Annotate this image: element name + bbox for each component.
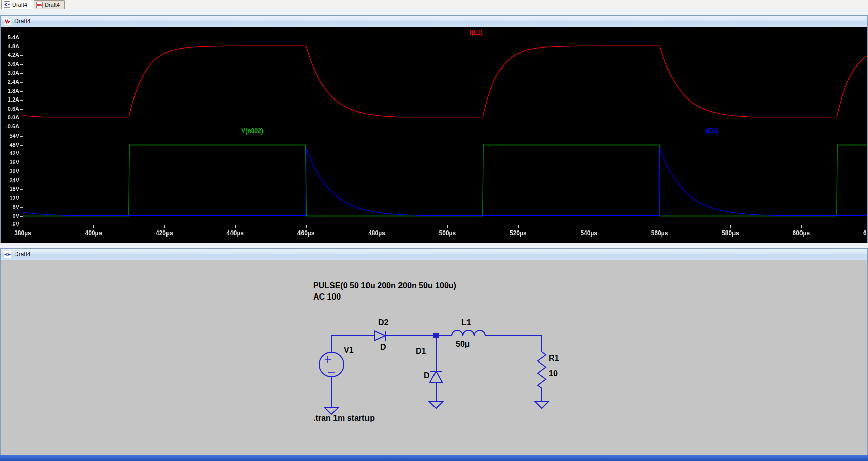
d1-diode[interactable]	[430, 371, 442, 382]
x-axis-label: 540µs	[575, 229, 603, 237]
trace-label-vn002: V(n002)	[222, 127, 283, 135]
x-axis-label: 480µs	[362, 229, 391, 237]
r1-value[interactable]: 10	[549, 369, 558, 378]
ground-symbol-r1[interactable]	[535, 402, 548, 408]
waveform-window-icon	[4, 18, 11, 25]
pulse-directive-text[interactable]: PULSE(0 50 10u 200n 200n 50u 100u)	[313, 281, 456, 290]
y-axis-label: 0V	[1, 213, 19, 219]
waveform-plot-area[interactable]: 5.4A4.8A4.2A3.6A3.0A2.4A1.8A1.2A0.6A0.0A…	[1, 27, 867, 243]
d1-label[interactable]: D1	[416, 347, 426, 355]
l1-inductor[interactable]	[452, 330, 485, 336]
taskbar-strip	[0, 455, 868, 461]
x-axis-label: 620µs	[858, 229, 867, 237]
v1-label[interactable]: V1	[344, 346, 354, 354]
x-axis-label: 520µs	[504, 229, 532, 237]
y-axis-label: 5.4A	[1, 34, 19, 40]
x-axis-label: 420µs	[150, 229, 179, 237]
ltspice-app: Draft4 Draft4 Draft4	[0, 0, 868, 461]
y-axis-label: 4.8A	[1, 43, 19, 49]
y-axis-label: 18V	[1, 186, 19, 192]
x-axis-label: 500µs	[433, 229, 461, 237]
y-axis-label: -0.6A	[1, 123, 19, 129]
tab-draft4-waveform[interactable]: Draft4	[34, 0, 65, 9]
d1-value[interactable]: D	[424, 371, 430, 380]
schematic-drawing: PULSE(0 50 10u 200n 200n 50u 100u) AC 10…	[1, 260, 867, 455]
schematic-icon	[4, 1, 10, 8]
tran-directive-text[interactable]: .tran 1m startup	[313, 414, 375, 422]
trace-label-il1: I(L1)	[446, 29, 507, 36]
x-axis-label: 580µs	[716, 229, 745, 237]
y-axis-label: 54V	[1, 133, 19, 139]
waveform-window-titlebar[interactable]: Draft4	[1, 16, 867, 27]
x-axis-label: 400µs	[79, 229, 108, 237]
y-axis-label: 36V	[1, 159, 19, 166]
r1-label[interactable]: R1	[549, 354, 559, 363]
y-axis-label: 48V	[1, 142, 19, 148]
d2-value[interactable]: D	[380, 343, 386, 351]
l1-label[interactable]: L1	[461, 318, 471, 327]
y-axis-label: -6V	[1, 221, 19, 227]
y-axis-label: 1.2A	[1, 96, 19, 103]
trace-label-id1: I(D1)	[681, 127, 742, 135]
tab-label: Draft4	[45, 2, 60, 8]
y-axis-label: 30V	[1, 168, 19, 174]
y-axis-label: 2.4A	[1, 79, 19, 85]
x-axis-label: 440µs	[221, 229, 249, 237]
y-axis-label: 0.6A	[1, 106, 19, 112]
schematic-window-icon	[4, 251, 11, 258]
y-axis-label: 0.0A	[1, 114, 19, 120]
schematic-window-title: Draft4	[14, 251, 31, 258]
y-axis-label: 12V	[1, 195, 19, 201]
y-axis-label: 4.2A	[1, 52, 19, 58]
y-axis-label: 42V	[1, 150, 19, 156]
ac-directive-text[interactable]: AC 100	[313, 292, 341, 301]
document-tab-bar: Draft4 Draft4	[0, 0, 868, 9]
waveform-icon	[36, 2, 43, 8]
x-axis-label: 460µs	[292, 229, 320, 237]
tab-label: Draft4	[12, 2, 27, 8]
waveform-window-title: Draft4	[14, 18, 31, 25]
y-axis-label: 24V	[1, 177, 19, 183]
y-axis-label: 3.6A	[1, 61, 19, 67]
waveform-canvas[interactable]	[1, 27, 867, 243]
ground-symbol-d1[interactable]	[429, 402, 443, 408]
x-axis-label: 380µs	[9, 229, 37, 237]
y-axis-label: 1.8A	[1, 88, 19, 94]
y-axis-label: 6V	[1, 204, 19, 210]
x-axis-label: 600µs	[787, 229, 815, 237]
y-axis-label: 3.0A	[1, 70, 19, 76]
schematic-window-titlebar[interactable]: Draft4	[1, 249, 867, 260]
waveform-viewer-window: Draft4 5.4A4.8A4.2A3.6A3.0A2.4A1.8A1.2A0…	[0, 15, 868, 243]
r1-resistor[interactable]	[538, 352, 546, 388]
schematic-window: Draft4	[0, 248, 868, 455]
d2-diode[interactable]	[374, 331, 385, 341]
tab-draft4-schematic[interactable]: Draft4	[1, 0, 32, 9]
junction-node[interactable]	[433, 333, 439, 338]
plus-sign	[325, 356, 331, 363]
v1-voltage-source[interactable]	[319, 352, 344, 377]
x-axis-label: 560µs	[646, 229, 674, 237]
schematic-canvas-area[interactable]: PULSE(0 50 10u 200n 200n 50u 100u) AC 10…	[1, 260, 867, 455]
d2-label[interactable]: D2	[378, 318, 389, 327]
l1-value[interactable]: 50µ	[456, 340, 470, 348]
